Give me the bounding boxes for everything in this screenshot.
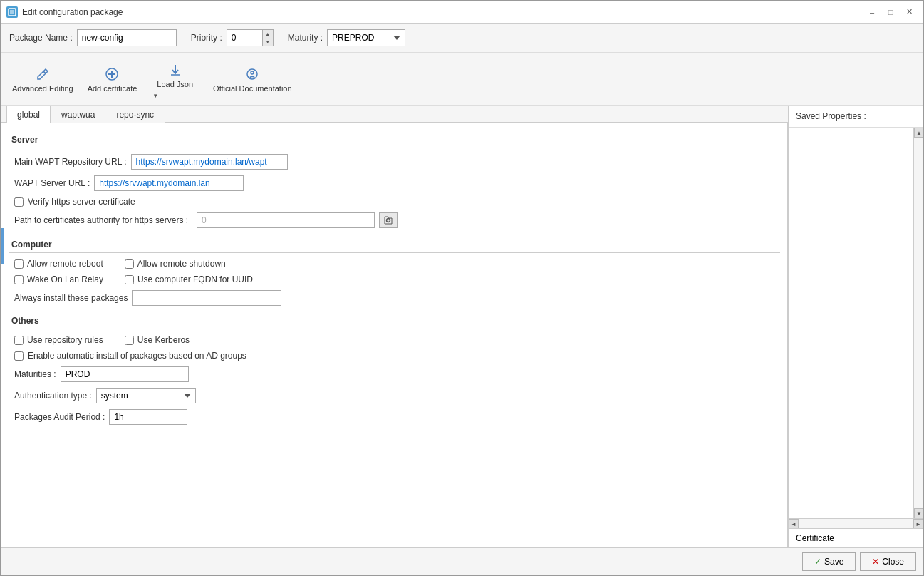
cert-path-input[interactable] (197, 212, 375, 228)
right-panel-hscrollbar: ◄ ► (789, 518, 923, 528)
ad-groups-checkbox[interactable] (14, 351, 24, 361)
wol-label: Wake On Lan Relay (27, 274, 103, 284)
add-certificate-button[interactable]: Add certificate (82, 63, 143, 96)
wapt-server-url-row: WAPT Server URL : (9, 175, 780, 191)
fqdn-item: Use computer FQDN for UUID (125, 274, 253, 284)
left-panel: global waptwua repo-sync Server Main WAP… (1, 106, 788, 547)
auth-type-label: Authentication type : (14, 391, 92, 401)
verify-https-row: Verify https server certificate (9, 197, 780, 207)
edit-icon (34, 66, 51, 83)
main-window: Edit configuration package – □ ✕ Package… (0, 0, 924, 576)
add-cert-icon (103, 66, 120, 83)
svg-point-10 (251, 71, 254, 74)
header-bar: Package Name : Priority : ▲ ▼ Maturity :… (1, 24, 923, 53)
main-wapt-repo-input[interactable] (131, 154, 288, 170)
allow-reboot-checkbox[interactable] (14, 259, 24, 269)
maximize-button[interactable]: □ (882, 5, 899, 19)
kerberos-label: Use Kerberos (137, 335, 190, 345)
official-docs-icon (244, 66, 261, 83)
bottom-bar: ✓ Save ✕ Close (1, 547, 923, 575)
tab-bar: global waptwua repo-sync (1, 106, 788, 123)
kerberos-checkbox[interactable] (125, 336, 134, 345)
tab-global[interactable]: global (6, 106, 51, 123)
maturity-field: Maturity : PREPROD PROD DEV (288, 29, 405, 46)
audit-period-input[interactable] (109, 409, 187, 425)
browse-cert-button[interactable] (379, 212, 398, 228)
cert-path-label: Path to certificates authority for https… (14, 215, 188, 225)
repo-rules-kerberos-row: Use repository rules Use Kerberos (9, 335, 780, 345)
allow-shutdown-item: Allow remote shutdown (125, 259, 226, 269)
priority-field: Priority : ▲ ▼ (191, 29, 274, 46)
svg-point-11 (387, 219, 390, 222)
computer-section-header: Computer (9, 235, 780, 253)
package-name-input[interactable] (77, 29, 177, 46)
package-name-field: Package Name : (9, 29, 177, 46)
repo-rules-item: Use repository rules (14, 335, 103, 345)
save-label: Save (824, 557, 843, 567)
maturities-input[interactable] (61, 366, 189, 382)
wol-checkbox[interactable] (14, 275, 24, 284)
hscroll-track (799, 519, 913, 528)
close-button-bottom[interactable]: ✕ Close (860, 552, 916, 571)
auth-type-select[interactable]: system kerberos certificate (96, 388, 196, 403)
save-button[interactable]: ✓ Save (802, 552, 856, 571)
always-install-label: Always install these packages (14, 293, 128, 303)
kerberos-item: Use Kerberos (125, 335, 190, 345)
minimize-button[interactable]: – (863, 5, 881, 19)
close-label: Close (882, 557, 904, 567)
audit-period-label: Packages Audit Period : (14, 412, 105, 422)
repo-rules-checkbox[interactable] (14, 336, 24, 345)
saved-properties-header: Saved Properties : (789, 106, 923, 128)
priority-spinner: ▲ ▼ (262, 29, 274, 46)
right-panel: Saved Properties : ▲ ▼ ◄ ► Certificate (788, 106, 923, 547)
load-json-dropdown-arrow[interactable]: ▼ (152, 93, 158, 99)
tab-repo-sync[interactable]: repo-sync (105, 106, 165, 123)
priority-down[interactable]: ▼ (263, 38, 273, 46)
others-section-header: Others (9, 312, 780, 329)
allow-shutdown-checkbox[interactable] (125, 259, 134, 269)
left-accent-bar (1, 228, 4, 264)
vscroll-up[interactable]: ▲ (914, 128, 923, 138)
main-wapt-repo-row: Main WAPT Repository URL : (9, 154, 780, 170)
main-wapt-repo-label: Main WAPT Repository URL : (14, 157, 127, 167)
title-bar-controls: – □ ✕ (863, 5, 918, 19)
toolbar: Advanced Editing Add certificate (1, 53, 923, 106)
load-json-button-group: Load Json ▼ (145, 56, 204, 102)
vscroll-down[interactable]: ▼ (914, 508, 923, 518)
allow-reboot-label: Allow remote reboot (27, 259, 103, 269)
fqdn-checkbox[interactable] (125, 275, 134, 284)
advanced-editing-button[interactable]: Advanced Editing (6, 63, 79, 96)
close-button[interactable]: ✕ (900, 5, 918, 19)
certificate-section: Certificate (789, 528, 923, 547)
maturities-row: Maturities : (9, 366, 780, 382)
auth-type-row: Authentication type : system kerberos ce… (9, 388, 780, 403)
priority-input[interactable] (227, 29, 262, 46)
repo-rules-label: Use repository rules (27, 335, 103, 345)
certificate-label: Certificate (796, 533, 834, 543)
window-title: Edit configuration package (22, 7, 123, 17)
hscroll-left[interactable]: ◄ (789, 519, 799, 529)
close-x-icon: ✕ (872, 557, 879, 567)
load-json-button[interactable]: Load Json (151, 58, 199, 91)
load-json-icon (167, 61, 184, 78)
maturities-label: Maturities : (14, 369, 56, 379)
load-json-label: Load Json (157, 80, 193, 88)
wapt-server-url-input[interactable] (94, 175, 244, 191)
verify-https-checkbox[interactable] (14, 197, 24, 207)
official-docs-label: Official Documentation (213, 84, 291, 93)
title-bar: Edit configuration package – □ ✕ (1, 1, 923, 24)
maturity-select[interactable]: PREPROD PROD DEV (327, 29, 405, 46)
official-docs-button[interactable]: Official Documentation (207, 63, 297, 96)
saved-properties-area: ▲ ▼ (789, 128, 923, 518)
always-install-input[interactable] (132, 290, 281, 306)
cert-path-row: Path to certificates authority for https… (9, 212, 780, 228)
right-panel-vscrollbar: ▲ ▼ (913, 128, 923, 518)
hscroll-right[interactable]: ► (913, 519, 923, 529)
fqdn-label: Use computer FQDN for UUID (137, 274, 253, 284)
always-install-row: Always install these packages (9, 290, 780, 306)
saved-properties-content (789, 128, 923, 518)
priority-up[interactable]: ▲ (263, 30, 273, 38)
wol-item: Wake On Lan Relay (14, 274, 103, 284)
tab-waptwua[interactable]: waptwua (51, 106, 105, 123)
form-area: Server Main WAPT Repository URL : WAPT S… (1, 123, 788, 547)
